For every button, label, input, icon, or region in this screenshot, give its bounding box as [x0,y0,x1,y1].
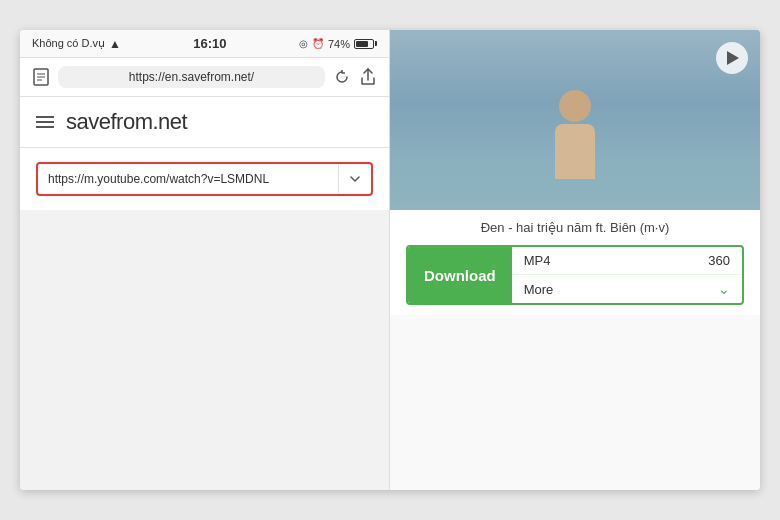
status-left: Không có D.vụ ▲ [32,37,121,51]
url-bar[interactable]: https://en.savefrom.net/ [58,66,325,88]
carrier-text: Không có D.vụ [32,37,105,50]
address-bar: https://en.savefrom.net/ [20,58,389,97]
video-info: Đen - hai triệu năm ft. Biên (m·v) Downl… [390,210,760,315]
wifi-icon: ▲ [109,37,121,51]
quality-label: 360 [708,253,730,268]
format-label: MP4 [524,253,551,268]
more-row[interactable]: More ⌄ [512,275,742,303]
screenshot-container: Không có D.vụ ▲ 16:10 ◎ ⏰ 74% [20,30,760,490]
reload-icon[interactable] [333,68,351,86]
video-thumbnail [390,30,760,210]
battery-icon [354,39,377,49]
dropdown-arrow[interactable] [338,165,371,193]
search-section [20,148,389,210]
more-label: More [524,282,554,297]
person-body [555,124,595,179]
left-panel: Không có D.vụ ▲ 16:10 ◎ ⏰ 74% [20,30,390,490]
format-row: MP4 360 [512,247,742,275]
share-icon[interactable] [359,68,377,86]
site-title: savefrom.net [66,109,187,135]
time-display: 16:10 [193,36,226,51]
status-bar: Không có D.vụ ▲ 16:10 ◎ ⏰ 74% [20,30,389,58]
video-title: Đen - hai triệu năm ft. Biên (m·v) [406,220,744,235]
site-header: savefrom.net [20,97,389,148]
play-triangle-icon [727,51,739,65]
download-row: Download MP4 360 More ⌄ [406,245,744,305]
location-icon: ◎ [299,38,308,49]
search-input-row [36,162,373,196]
download-button[interactable]: Download [408,247,512,303]
status-right: ◎ ⏰ 74% [299,38,377,50]
download-info: MP4 360 More ⌄ [512,247,742,303]
bookmark-icon[interactable] [32,68,50,86]
person-silhouette [550,90,600,180]
hamburger-menu[interactable] [36,116,54,128]
alarm-icon: ⏰ [312,38,324,49]
play-button[interactable] [716,42,748,74]
right-panel: Đen - hai triệu năm ft. Biên (m·v) Downl… [390,30,760,490]
battery-percent: 74% [328,38,350,50]
search-input[interactable] [38,164,338,194]
chevron-down-icon: ⌄ [718,281,730,297]
person-head [559,90,591,122]
